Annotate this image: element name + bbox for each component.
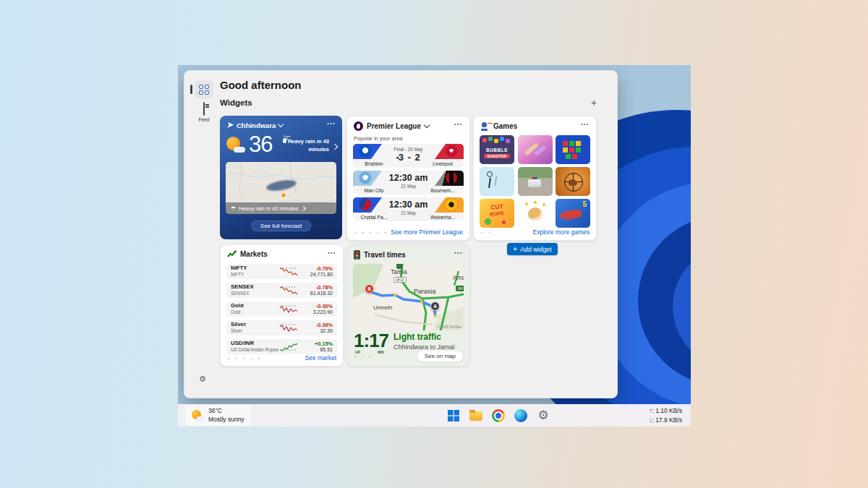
premier-league-logo-icon <box>354 121 363 131</box>
pagination-dots[interactable]: • • <box>481 230 493 235</box>
markets-header: Markets <box>227 250 268 258</box>
map-rain-banner[interactable]: ☂ Heavy rain in 43 minutes <box>226 202 336 214</box>
match-row[interactable]: Man City Bournem... 12:30 am 21 May <box>353 171 464 194</box>
location-pin-icon <box>227 122 234 129</box>
premier-league-widget[interactable]: Premier League Popular in your area Brig… <box>346 116 470 241</box>
see-market-link[interactable]: See market <box>305 354 336 361</box>
chevron-down-icon <box>278 121 284 127</box>
pagination-dots[interactable]: • • • <box>354 354 373 359</box>
game-tile-cut-the-rope[interactable]: CUT ROPE <box>480 199 514 228</box>
wolves-crest-icon <box>446 199 457 210</box>
pagination-dots[interactable]: • • • • • <box>354 230 388 235</box>
chrome-button[interactable] <box>491 408 506 423</box>
taskbar-temperature: 36°C <box>208 407 244 415</box>
widgets-board: Chhindwara 36 °C Heavy rain in 43 minute… <box>220 116 600 370</box>
sun-behind-cloud-icon <box>226 137 245 153</box>
sun-behind-cloud-icon <box>192 410 204 421</box>
chevron-down-icon <box>424 122 430 128</box>
see-more-premier-link[interactable]: See more Premier League <box>391 228 463 236</box>
market-row[interactable]: SilverSilver -0.38%32.39 <box>226 320 337 335</box>
weather-more-options-icon[interactable] <box>327 118 336 127</box>
taskbar-weather-button[interactable]: 36°C Mostly sunny <box>184 404 252 427</box>
widgets-section-title: Widgets <box>220 98 252 107</box>
route-map[interactable]: Tamia SH19 Parasia Amarwara NH Umreth B … <box>353 264 464 330</box>
game-tile-stickman-fishing[interactable] <box>480 167 514 196</box>
edge-button[interactable] <box>514 408 528 423</box>
game-tile-police-chase[interactable] <box>518 167 553 196</box>
markets-more-options-icon[interactable] <box>328 247 336 256</box>
game-tile-hungry-shark[interactable]: 5 <box>556 199 590 228</box>
travel-times-widget[interactable]: Travel times <box>346 244 470 367</box>
bournemouth-crest-icon <box>446 172 457 184</box>
widgets-panel: Feed Good afternoon Widgets + ⚙ Chhindwa… <box>184 70 618 398</box>
feed-label: Feed <box>196 117 212 122</box>
travel-more-options-icon[interactable] <box>454 247 463 256</box>
weather-location-dropdown[interactable]: Chhindwara <box>227 121 283 129</box>
windows-logo-icon <box>448 410 459 421</box>
settings-button[interactable]: ⚙ <box>536 408 550 423</box>
match-score: ◂3 - 2 <box>382 152 435 163</box>
current-temperature: 36 <box>249 132 272 158</box>
weather-radar-map[interactable]: ☂ Heavy rain in 43 minutes <box>226 162 336 214</box>
market-row[interactable]: GoldGold -0.30%3,223.90 <box>226 301 337 317</box>
map-town-label: Amarwara <box>453 274 464 281</box>
game-tile-block-puzzle[interactable] <box>556 135 590 164</box>
file-explorer-button[interactable] <box>469 408 483 423</box>
sparkline-down-icon <box>279 267 298 276</box>
sparkline-up-icon <box>279 342 298 351</box>
games-widget[interactable]: Games BUBBLE SHOOTER CUT ROPE <box>473 116 597 241</box>
gear-icon: ⚙ <box>537 409 548 421</box>
location-marker-dot <box>281 192 286 198</box>
games-more-options-icon[interactable] <box>581 119 590 127</box>
see-full-forecast-button[interactable]: See full forecast <box>251 221 311 231</box>
map-town-label: Parasia <box>414 288 436 295</box>
road-badge-sh19: SH19 <box>393 277 407 283</box>
match-row[interactable]: Crystal Pa... Wolverha... 12:30 am 21 Ma… <box>353 197 464 221</box>
travel-header: Travel times <box>354 250 406 260</box>
games-pawn-icon <box>480 121 490 131</box>
game-tile-deer-hunter[interactable] <box>556 167 590 196</box>
umbrella-icon: ☂ <box>231 205 236 212</box>
chrome-icon <box>492 409 505 422</box>
edge-icon <box>514 409 527 422</box>
map-town-label: Tamia <box>391 268 407 275</box>
market-row[interactable]: SENSEXSENSEX -0.78%81,418.32 <box>226 283 337 298</box>
pagination-dots[interactable]: • • • • • <box>228 356 262 361</box>
traffic-info: Light traffic Chhindwara to Jamai <box>393 332 455 351</box>
route-description: Chhindwara to Jamai <box>393 343 455 351</box>
download-speed: ↓: 17.9 KB/s <box>649 416 682 425</box>
sparkline-down-icon <box>279 323 298 333</box>
add-widget-button[interactable]: Add widget <box>507 243 558 255</box>
markets-widget[interactable]: Markets NIFTYNIFTY -0.70%24,771.80 SENSE… <box>220 244 344 367</box>
game-tile-bubble-shooter[interactable]: BUBBLE SHOOTER <box>480 135 514 164</box>
weather-widget[interactable]: Chhindwara 36 °C Heavy rain in 43 minute… <box>220 116 342 239</box>
match-status: Final - 20 May <box>382 147 435 152</box>
route-shield-badge <box>396 264 403 269</box>
market-row[interactable]: USD/INRUS Dollar/Indian Rupee +0.15%85.5… <box>226 339 337 354</box>
game-tile-makeup[interactable] <box>518 135 553 164</box>
liverpool-crest-icon <box>446 145 457 157</box>
route-marker-a: A <box>430 301 440 311</box>
nav-selection-indicator <box>190 85 192 94</box>
explore-more-games-link[interactable]: Explore more games <box>533 228 590 236</box>
premier-league-dropdown[interactable]: Premier League <box>354 121 429 131</box>
markets-chart-icon <box>227 250 237 258</box>
games-header: Games <box>480 121 517 131</box>
game-tile-shiba-bees[interactable] <box>518 199 553 228</box>
sparkline-down-icon <box>279 286 298 295</box>
see-on-map-button[interactable]: See on map <box>417 351 463 361</box>
taskbar-condition: Mostly sunny <box>208 416 244 424</box>
sidebar-item-widgets[interactable] <box>195 80 213 98</box>
widgets-settings-gear-icon[interactable]: ⚙ <box>199 374 206 384</box>
traffic-status: Light traffic <box>393 332 455 342</box>
start-button[interactable] <box>446 408 461 423</box>
market-row[interactable]: NIFTYNIFTY -0.70%24,771.80 <box>226 264 337 279</box>
sidebar-item-feed[interactable]: Feed <box>196 103 212 122</box>
match-date: 21 May <box>382 210 435 215</box>
premier-more-options-icon[interactable] <box>454 119 463 127</box>
taskbar-icons: ⚙ <box>446 404 550 427</box>
add-widget-plus-icon[interactable]: + <box>590 95 598 110</box>
rain-alert[interactable]: Heavy rain in 43 minutes <box>277 138 329 154</box>
traffic-light-icon <box>354 250 360 260</box>
match-row[interactable]: Brighton Liverpool Final - 20 May ◂3 - 2 <box>353 144 464 168</box>
